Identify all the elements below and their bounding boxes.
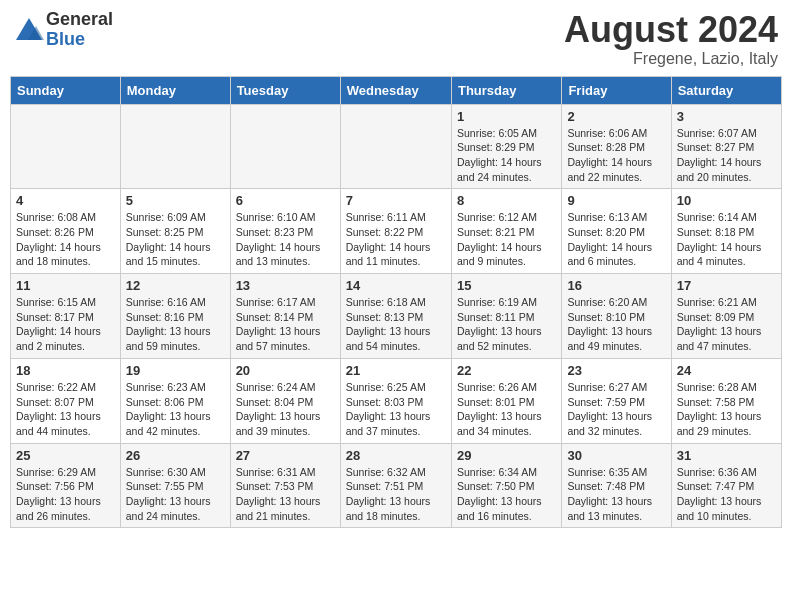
day-number: 6 [236, 193, 335, 208]
calendar-cell: 14Sunrise: 6:18 AM Sunset: 8:13 PM Dayli… [340, 274, 451, 359]
day-number: 11 [16, 278, 115, 293]
day-info: Sunrise: 6:36 AM Sunset: 7:47 PM Dayligh… [677, 465, 776, 524]
day-number: 19 [126, 363, 225, 378]
calendar-cell: 31Sunrise: 6:36 AM Sunset: 7:47 PM Dayli… [671, 443, 781, 528]
day-info: Sunrise: 6:16 AM Sunset: 8:16 PM Dayligh… [126, 295, 225, 354]
calendar-cell: 20Sunrise: 6:24 AM Sunset: 8:04 PM Dayli… [230, 358, 340, 443]
day-info: Sunrise: 6:31 AM Sunset: 7:53 PM Dayligh… [236, 465, 335, 524]
calendar-cell: 23Sunrise: 6:27 AM Sunset: 7:59 PM Dayli… [562, 358, 671, 443]
day-info: Sunrise: 6:24 AM Sunset: 8:04 PM Dayligh… [236, 380, 335, 439]
calendar-week-row: 18Sunrise: 6:22 AM Sunset: 8:07 PM Dayli… [11, 358, 782, 443]
day-number: 29 [457, 448, 556, 463]
day-number: 31 [677, 448, 776, 463]
calendar-cell: 16Sunrise: 6:20 AM Sunset: 8:10 PM Dayli… [562, 274, 671, 359]
day-number: 10 [677, 193, 776, 208]
day-number: 5 [126, 193, 225, 208]
calendar-cell: 9Sunrise: 6:13 AM Sunset: 8:20 PM Daylig… [562, 189, 671, 274]
day-info: Sunrise: 6:28 AM Sunset: 7:58 PM Dayligh… [677, 380, 776, 439]
logo-text: General Blue [46, 10, 113, 50]
calendar-cell: 10Sunrise: 6:14 AM Sunset: 8:18 PM Dayli… [671, 189, 781, 274]
calendar-subtitle: Fregene, Lazio, Italy [564, 50, 778, 68]
day-number: 22 [457, 363, 556, 378]
day-info: Sunrise: 6:34 AM Sunset: 7:50 PM Dayligh… [457, 465, 556, 524]
day-number: 18 [16, 363, 115, 378]
day-info: Sunrise: 6:06 AM Sunset: 8:28 PM Dayligh… [567, 126, 665, 185]
day-info: Sunrise: 6:29 AM Sunset: 7:56 PM Dayligh… [16, 465, 115, 524]
day-number: 8 [457, 193, 556, 208]
day-info: Sunrise: 6:11 AM Sunset: 8:22 PM Dayligh… [346, 210, 446, 269]
day-info: Sunrise: 6:17 AM Sunset: 8:14 PM Dayligh… [236, 295, 335, 354]
day-info: Sunrise: 6:07 AM Sunset: 8:27 PM Dayligh… [677, 126, 776, 185]
calendar-cell: 13Sunrise: 6:17 AM Sunset: 8:14 PM Dayli… [230, 274, 340, 359]
day-number: 16 [567, 278, 665, 293]
day-number: 3 [677, 109, 776, 124]
day-info: Sunrise: 6:22 AM Sunset: 8:07 PM Dayligh… [16, 380, 115, 439]
day-number: 21 [346, 363, 446, 378]
calendar-week-row: 1Sunrise: 6:05 AM Sunset: 8:29 PM Daylig… [11, 104, 782, 189]
calendar-cell: 28Sunrise: 6:32 AM Sunset: 7:51 PM Dayli… [340, 443, 451, 528]
day-number: 20 [236, 363, 335, 378]
day-number: 26 [126, 448, 225, 463]
day-number: 30 [567, 448, 665, 463]
day-info: Sunrise: 6:23 AM Sunset: 8:06 PM Dayligh… [126, 380, 225, 439]
day-number: 15 [457, 278, 556, 293]
calendar-week-row: 11Sunrise: 6:15 AM Sunset: 8:17 PM Dayli… [11, 274, 782, 359]
day-info: Sunrise: 6:10 AM Sunset: 8:23 PM Dayligh… [236, 210, 335, 269]
calendar-cell: 18Sunrise: 6:22 AM Sunset: 8:07 PM Dayli… [11, 358, 121, 443]
day-info: Sunrise: 6:12 AM Sunset: 8:21 PM Dayligh… [457, 210, 556, 269]
calendar-cell: 27Sunrise: 6:31 AM Sunset: 7:53 PM Dayli… [230, 443, 340, 528]
day-number: 23 [567, 363, 665, 378]
day-info: Sunrise: 6:30 AM Sunset: 7:55 PM Dayligh… [126, 465, 225, 524]
title-block: August 2024 Fregene, Lazio, Italy [564, 10, 778, 68]
calendar-cell: 22Sunrise: 6:26 AM Sunset: 8:01 PM Dayli… [451, 358, 561, 443]
calendar-cell: 30Sunrise: 6:35 AM Sunset: 7:48 PM Dayli… [562, 443, 671, 528]
day-of-week-header: Thursday [451, 76, 561, 104]
day-info: Sunrise: 6:05 AM Sunset: 8:29 PM Dayligh… [457, 126, 556, 185]
calendar-cell: 3Sunrise: 6:07 AM Sunset: 8:27 PM Daylig… [671, 104, 781, 189]
calendar-cell: 24Sunrise: 6:28 AM Sunset: 7:58 PM Dayli… [671, 358, 781, 443]
day-number: 9 [567, 193, 665, 208]
calendar-week-row: 4Sunrise: 6:08 AM Sunset: 8:26 PM Daylig… [11, 189, 782, 274]
calendar-cell [230, 104, 340, 189]
day-number: 17 [677, 278, 776, 293]
calendar-cell: 2Sunrise: 6:06 AM Sunset: 8:28 PM Daylig… [562, 104, 671, 189]
day-info: Sunrise: 6:13 AM Sunset: 8:20 PM Dayligh… [567, 210, 665, 269]
calendar-cell: 29Sunrise: 6:34 AM Sunset: 7:50 PM Dayli… [451, 443, 561, 528]
day-number: 14 [346, 278, 446, 293]
logo-icon [14, 16, 44, 44]
day-number: 27 [236, 448, 335, 463]
calendar-cell: 4Sunrise: 6:08 AM Sunset: 8:26 PM Daylig… [11, 189, 121, 274]
day-info: Sunrise: 6:20 AM Sunset: 8:10 PM Dayligh… [567, 295, 665, 354]
calendar-cell: 17Sunrise: 6:21 AM Sunset: 8:09 PM Dayli… [671, 274, 781, 359]
day-number: 24 [677, 363, 776, 378]
day-info: Sunrise: 6:08 AM Sunset: 8:26 PM Dayligh… [16, 210, 115, 269]
calendar-cell: 15Sunrise: 6:19 AM Sunset: 8:11 PM Dayli… [451, 274, 561, 359]
day-info: Sunrise: 6:19 AM Sunset: 8:11 PM Dayligh… [457, 295, 556, 354]
day-info: Sunrise: 6:26 AM Sunset: 8:01 PM Dayligh… [457, 380, 556, 439]
calendar-cell: 12Sunrise: 6:16 AM Sunset: 8:16 PM Dayli… [120, 274, 230, 359]
calendar-table: SundayMondayTuesdayWednesdayThursdayFrid… [10, 76, 782, 529]
day-info: Sunrise: 6:32 AM Sunset: 7:51 PM Dayligh… [346, 465, 446, 524]
day-number: 13 [236, 278, 335, 293]
calendar-cell [340, 104, 451, 189]
day-info: Sunrise: 6:27 AM Sunset: 7:59 PM Dayligh… [567, 380, 665, 439]
day-number: 1 [457, 109, 556, 124]
calendar-cell: 11Sunrise: 6:15 AM Sunset: 8:17 PM Dayli… [11, 274, 121, 359]
calendar-cell: 6Sunrise: 6:10 AM Sunset: 8:23 PM Daylig… [230, 189, 340, 274]
calendar-cell: 19Sunrise: 6:23 AM Sunset: 8:06 PM Dayli… [120, 358, 230, 443]
calendar-week-row: 25Sunrise: 6:29 AM Sunset: 7:56 PM Dayli… [11, 443, 782, 528]
day-of-week-header: Friday [562, 76, 671, 104]
day-of-week-header: Saturday [671, 76, 781, 104]
calendar-cell [120, 104, 230, 189]
calendar-cell: 1Sunrise: 6:05 AM Sunset: 8:29 PM Daylig… [451, 104, 561, 189]
calendar-cell: 25Sunrise: 6:29 AM Sunset: 7:56 PM Dayli… [11, 443, 121, 528]
calendar-cell: 5Sunrise: 6:09 AM Sunset: 8:25 PM Daylig… [120, 189, 230, 274]
calendar-cell: 8Sunrise: 6:12 AM Sunset: 8:21 PM Daylig… [451, 189, 561, 274]
day-number: 28 [346, 448, 446, 463]
calendar-cell: 21Sunrise: 6:25 AM Sunset: 8:03 PM Dayli… [340, 358, 451, 443]
page-header: General Blue August 2024 Fregene, Lazio,… [10, 10, 782, 68]
day-info: Sunrise: 6:25 AM Sunset: 8:03 PM Dayligh… [346, 380, 446, 439]
day-info: Sunrise: 6:14 AM Sunset: 8:18 PM Dayligh… [677, 210, 776, 269]
logo: General Blue [14, 10, 113, 50]
day-of-week-header: Sunday [11, 76, 121, 104]
